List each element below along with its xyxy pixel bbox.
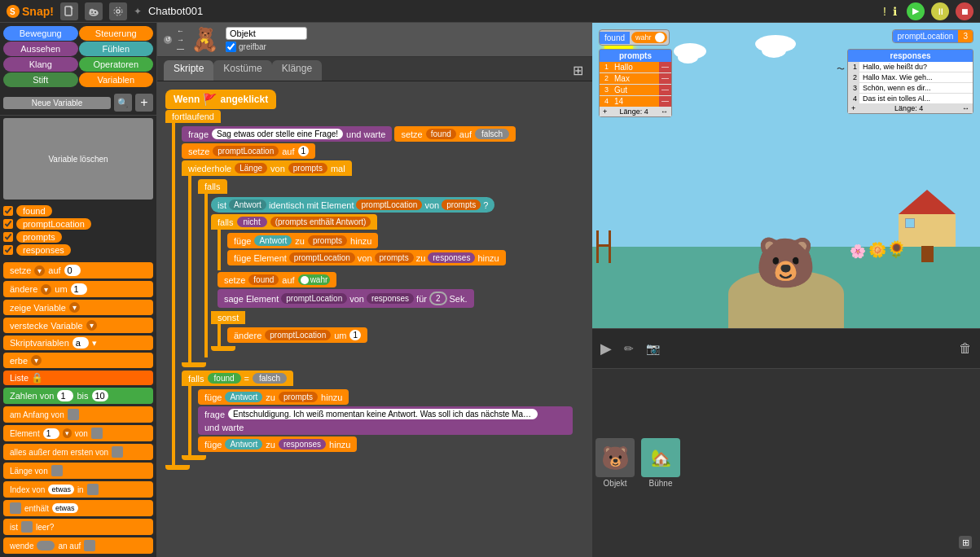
block-verstecke-variable[interactable]: verstecke Variable ▾: [3, 318, 153, 333]
block-fuege-antwort-responses[interactable]: füge Antwort zu responses hinzu: [198, 436, 357, 452]
block-setze[interactable]: setze ▾ auf 0: [3, 262, 153, 278]
var-check-promptlocation[interactable]: [3, 219, 13, 229]
prompts-del-2[interactable]: —: [659, 73, 671, 84]
responses-row-1: 1 Hallo, wie heißt du?: [848, 62, 973, 72]
cat-bewegung[interactable]: Bewegung: [3, 26, 78, 41]
prompts-del-3[interactable]: —: [659, 85, 671, 95]
block-falls-nicht[interactable]: falls nicht (prompts enthält Antwort) fü…: [211, 214, 584, 309]
arrow-up[interactable]: ←: [177, 27, 184, 35]
camera-icon[interactable]: 📷: [646, 342, 660, 355]
prompts-add-icon[interactable]: +: [603, 107, 607, 116]
pencil-icon[interactable]: ✏: [624, 342, 634, 355]
bear-sprite[interactable]: 🐻: [755, 234, 816, 292]
add-variable-button[interactable]: +: [135, 94, 153, 112]
greifbar-checkbox[interactable]: [226, 42, 236, 52]
cat-variablen[interactable]: Variablen: [79, 72, 154, 87]
refresh-icon[interactable]: ↺: [164, 36, 172, 44]
sprite-name-input[interactable]: [226, 27, 307, 40]
var-badge-responses[interactable]: responses: [16, 244, 71, 256]
block-wiederhole[interactable]: wiederhole Länge von prompts mal falls: [182, 160, 584, 367]
delete-variable-button[interactable]: Variable löschen: [3, 118, 153, 200]
alert-button[interactable]: !: [883, 5, 886, 18]
stop-button[interactable]: ⏹: [956, 2, 973, 20]
var-check-prompts[interactable]: [3, 232, 13, 242]
settings-button[interactable]: [109, 2, 127, 20]
block-aendere[interactable]: ändere ▾ um 1: [3, 281, 153, 297]
prompts-del-1[interactable]: —: [659, 62, 671, 72]
responses-add-icon[interactable]: +: [851, 104, 855, 112]
grid-view-button[interactable]: ⊞: [570, 60, 586, 81]
found-toggle[interactable]: wahr: [631, 32, 667, 43]
sprite-header: ↺ ← → — 🧸 greifbar: [157, 23, 592, 57]
block-frage2[interactable]: frage Entschuldigung. Ich weiß momentan …: [198, 406, 573, 435]
var-badge-promptlocation[interactable]: promptLocation: [16, 218, 91, 230]
tab-skripte[interactable]: Skripte: [164, 60, 213, 81]
tab-kostueme[interactable]: Kostüme: [213, 60, 271, 81]
block-zahlen[interactable]: Zahlen von 1 bis 10: [3, 388, 153, 404]
block-falls-found[interactable]: falls found = falsch füge Antwort zu pro…: [182, 371, 584, 460]
new-variable-button[interactable]: Neue Variable: [3, 97, 111, 109]
block-frage[interactable]: frage Sag etwas oder stelle eine Frage! …: [182, 126, 392, 142]
block-enthaelt[interactable]: enthält etwas: [3, 500, 153, 516]
block-element[interactable]: Element 1▾ von: [3, 425, 153, 441]
block-fuege-antwort-prompts[interactable]: füge Antwort zu prompts hinzu: [227, 233, 378, 248]
trash-icon[interactable]: 🗑: [959, 341, 972, 356]
cat-stift[interactable]: Stift: [3, 72, 78, 87]
info-button[interactable]: ℹ: [893, 5, 897, 18]
stage-run-icon[interactable]: ▶: [600, 340, 612, 357]
tab-klaenge[interactable]: Klänge: [272, 60, 322, 81]
block-setze-found[interactable]: setze found auf falsch: [394, 126, 516, 142]
var-badge-prompts[interactable]: prompts: [16, 231, 62, 243]
search-button[interactable]: 🔍: [114, 94, 132, 112]
cloud-button[interactable]: [85, 2, 103, 20]
block-setze-found-wahr[interactable]: setze found auf wahr: [218, 272, 336, 287]
app-logo[interactable]: S Snap!: [7, 5, 54, 18]
block-fortlaufend[interactable]: fortlaufend frage Sag etwas oder stelle …: [165, 110, 584, 470]
block-erbe[interactable]: erbe ▾: [3, 353, 153, 368]
prompts-val-2: Max: [611, 73, 659, 84]
block-index-von[interactable]: Index von etwas in: [3, 481, 153, 498]
block-ist-leer[interactable]: ist leer?: [3, 519, 153, 535]
promptlocation-monitor: promptLocation 3: [892, 29, 974, 43]
prompts-resize-icon[interactable]: ↔: [661, 107, 668, 116]
responses-val-4: Das ist ein tolles Al...: [859, 94, 957, 103]
block-liste[interactable]: Liste 🔒: [3, 371, 153, 385]
block-aendere-promptlocation[interactable]: ändere promptLocation um 1: [227, 327, 367, 343]
sprite-thumb-objekt[interactable]: 🐻 Objekt: [595, 438, 635, 488]
block-zeige-variable[interactable]: zeige Variable ▾: [3, 300, 153, 315]
run-button[interactable]: ▶: [907, 2, 925, 20]
fortlaufend-body: frage Sag etwas oder stelle eine Frage! …: [172, 123, 584, 465]
sprite-thumb-buehne[interactable]: 🏡 Bühne: [641, 438, 680, 488]
block-wende-an[interactable]: wende an auf: [3, 537, 153, 554]
cat-steuerung[interactable]: Steuerung: [79, 26, 154, 41]
arrow-down[interactable]: —: [177, 45, 184, 53]
block-ist-antwort[interactable]: ist Antwort identisch mit Element prompt…: [211, 197, 494, 213]
promptlocation-label: promptLocation: [893, 30, 959, 42]
block-section: setze ▾ auf 0 ändere ▾ um 1 zeige Variab…: [0, 259, 156, 557]
block-skriptvariablen[interactable]: Skriptvariablen a ▾: [3, 336, 153, 350]
sprite-thumbs: 🐻 Objekt 🏡 Bühne: [592, 369, 980, 557]
prompts-del-4[interactable]: —: [659, 96, 671, 107]
cat-klang[interactable]: Klang: [3, 57, 78, 72]
block-falls-outer[interactable]: falls ist Antwort identisch mit Element …: [198, 179, 584, 357]
cat-operatoren[interactable]: Operatoren: [79, 57, 154, 72]
block-sage-element[interactable]: sage Element promptLocation von response…: [218, 289, 474, 308]
arrow-right[interactable]: →: [177, 36, 184, 44]
block-wenn-angeklickt[interactable]: Wenn 🚩 angeklickt: [165, 90, 584, 109]
var-badge-found[interactable]: found: [16, 205, 52, 217]
block-laenge[interactable]: Länge von: [3, 463, 153, 479]
block-fuege-element-responses[interactable]: füge Element promptLocation von prompts …: [227, 250, 506, 265]
block-setze-promptlocation[interactable]: setze promptLocation auf 1: [182, 143, 315, 159]
pause-button[interactable]: ⏸: [931, 2, 949, 20]
block-alles-ausser[interactable]: alles außer dem ersten von: [3, 444, 153, 460]
block-fuege-antwort-prompts2[interactable]: füge Antwort zu prompts hinzu: [198, 389, 349, 405]
cat-fuehlen[interactable]: Fühlen: [79, 42, 154, 56]
block-am-anfang[interactable]: am Anfang von: [3, 406, 153, 423]
svg-point-6: [116, 10, 120, 13]
var-check-found[interactable]: [3, 206, 13, 216]
script-canvas[interactable]: Wenn 🚩 angeklickt fortlaufend frage Sag …: [157, 81, 592, 557]
var-check-responses[interactable]: [3, 245, 13, 255]
new-file-button[interactable]: [60, 2, 78, 20]
responses-resize-icon[interactable]: ↔: [962, 104, 969, 112]
cat-aussehen[interactable]: Aussehen: [3, 42, 78, 56]
